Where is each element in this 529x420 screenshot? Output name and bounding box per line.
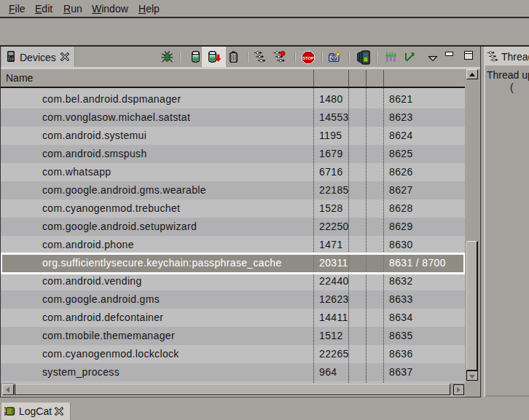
svg-text:STOP: STOP (303, 56, 314, 60)
